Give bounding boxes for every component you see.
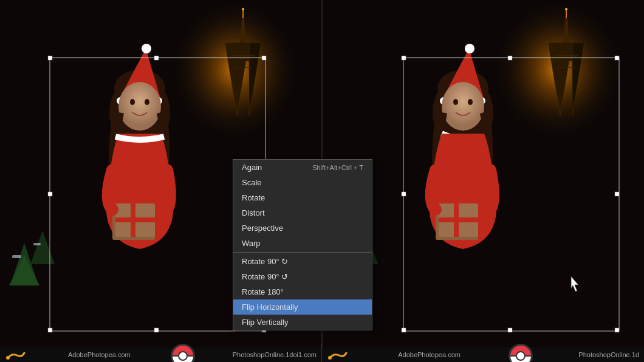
menu-item-rotate90cw[interactable]: Rotate 90° ↻ [233, 254, 372, 269]
menu-item-warp[interactable]: Warp [233, 236, 372, 251]
svg-rect-16 [33, 243, 41, 245]
svg-rect-50 [560, 36, 572, 38]
svg-rect-9 [231, 55, 255, 56]
menu-item-flip-v-label: Flip Vertically [242, 318, 289, 327]
bottom-section-left: AdobePhotopea.com PhotoshopOnline.1doi1.… [0, 344, 322, 362]
svg-point-25 [145, 99, 149, 105]
menu-item-perspective[interactable]: Perspective [233, 220, 372, 236]
svg-rect-34 [48, 192, 52, 196]
svg-point-23 [118, 82, 161, 131]
menu-item-again-shortcut: Shift+Alt+Ctrl + T [312, 164, 363, 171]
menu-item-rotate90ccw-label: Rotate 90° ↺ [242, 272, 288, 281]
canvas-area: Again Shift+Alt+Ctrl + T Scale Rotate Di… [0, 0, 644, 362]
svg-rect-31 [48, 56, 52, 60]
watermark-left-right-url: PhotoshopOnline.1doi1.com [233, 351, 317, 358]
svg-rect-72 [402, 328, 406, 332]
pokeball-right [509, 344, 530, 362]
pokeball-left [171, 344, 193, 362]
menu-item-distort[interactable]: Distort [233, 205, 372, 220]
svg-rect-49 [557, 67, 575, 68]
bottom-section-right: AdobePhotopea.com PhotoshopOnline.1d [322, 344, 644, 362]
snake-logo-left [5, 348, 28, 361]
svg-rect-33 [262, 56, 266, 60]
menu-item-rotate180[interactable]: Rotate 180° [233, 284, 372, 299]
watermark-right-left-url: AdobePhotopea.com [398, 351, 461, 358]
menu-item-again-label: Again [242, 163, 262, 172]
svg-rect-71 [615, 192, 619, 196]
menu-item-distort-label: Distort [242, 208, 265, 217]
svg-rect-68 [508, 56, 512, 60]
menu-item-again[interactable]: Again Shift+Alt+Ctrl + T [233, 160, 372, 175]
svg-rect-73 [508, 328, 512, 332]
svg-point-76 [6, 356, 10, 360]
menu-item-rotate-label: Rotate [242, 193, 265, 202]
menu-separator-1 [233, 252, 372, 253]
context-menu: Again Shift+Alt+Ctrl + T Scale Rotate Di… [233, 159, 372, 330]
watermark-right-url: PhotoshopOnline.1d [578, 351, 639, 358]
svg-point-60 [453, 99, 458, 105]
watermark-left-url: AdobePhotopea.com [68, 351, 131, 358]
svg-point-59 [442, 82, 484, 131]
svg-point-47 [565, 8, 567, 10]
svg-rect-48 [554, 55, 578, 56]
svg-point-22 [142, 44, 151, 53]
menu-item-flip-h-label: Flip Horizontally [242, 302, 298, 312]
menu-item-warp-label: Warp [242, 239, 261, 248]
menu-item-rotate90ccw[interactable]: Rotate 90° ↺ [233, 269, 372, 284]
menu-item-perspective-label: Perspective [242, 224, 283, 233]
svg-rect-10 [234, 67, 252, 68]
svg-point-24 [130, 99, 135, 105]
svg-point-8 [242, 8, 244, 10]
svg-rect-36 [48, 328, 52, 332]
svg-rect-29 [115, 217, 155, 222]
menu-item-rotate90cw-label: Rotate 90° ↻ [242, 257, 288, 266]
menu-item-scale[interactable]: Scale [233, 175, 372, 190]
bottom-bar: AdobePhotopea.com PhotoshopOnline.1doi1.… [0, 347, 644, 362]
svg-rect-15 [12, 255, 21, 258]
menu-item-flip-v[interactable]: Flip Vertically [233, 315, 372, 330]
svg-rect-32 [154, 56, 159, 60]
snake-logo-right [327, 348, 350, 361]
menu-item-rotate[interactable]: Rotate [233, 190, 372, 205]
svg-point-77 [328, 356, 332, 360]
menu-item-flip-h[interactable]: Flip Horizontally [233, 299, 372, 315]
svg-rect-37 [154, 328, 159, 332]
svg-point-61 [468, 99, 473, 105]
svg-rect-70 [402, 192, 406, 196]
svg-rect-67 [402, 56, 406, 60]
svg-point-58 [465, 44, 474, 53]
svg-rect-74 [615, 328, 619, 332]
svg-rect-65 [439, 217, 478, 222]
menu-item-scale-label: Scale [242, 178, 262, 187]
menu-item-rotate180-label: Rotate 180° [242, 287, 284, 296]
svg-rect-11 [237, 36, 249, 38]
svg-rect-69 [615, 56, 619, 60]
